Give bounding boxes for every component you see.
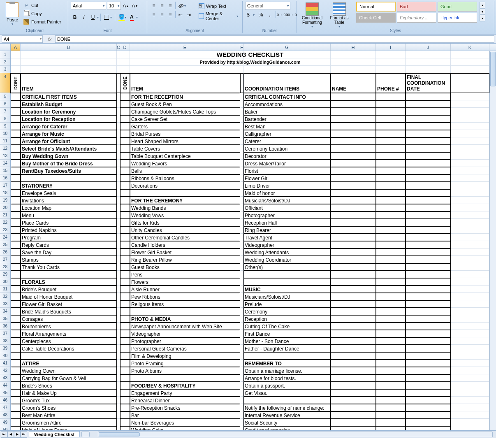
cell-G16[interactable]: Flower Girl [243,174,331,182]
cell-F33[interactable] [240,300,243,308]
cell-A22[interactable] [11,219,21,226]
cell-H43[interactable] [331,374,376,382]
cell-G37[interactable]: First Dance [243,330,331,337]
cell-B43[interactable]: Carrying Bag for Gown & Veil [21,374,117,382]
cell-A14[interactable] [11,160,21,167]
cell-D30[interactable] [120,278,130,286]
cell-C3[interactable] [117,66,120,73]
cell-B28[interactable]: Thank You Cards [21,263,117,271]
cell-F47[interactable] [240,404,243,411]
cell-F34[interactable] [240,308,243,315]
cell-H21[interactable] [331,211,376,219]
cell-J22[interactable] [406,219,451,226]
row-header-29[interactable]: 29 [0,271,10,278]
cell-A32[interactable] [11,293,21,300]
cell-G19[interactable]: Musicians/Soloist/DJ [243,197,331,204]
cell-I46[interactable] [376,397,406,404]
cell-B41[interactable]: ATTIRE [21,360,117,367]
cell-B24[interactable]: Program [21,234,117,241]
cell-F4[interactable] [240,73,243,93]
cell-D27[interactable] [120,256,130,263]
cell-E36[interactable]: Newspaper Announcement with Web Site [130,323,240,330]
cell-J7[interactable] [406,108,451,115]
formula-input[interactable]: DONE [55,35,494,43]
cell-C45[interactable] [117,389,120,397]
cell-J49[interactable] [406,419,451,426]
cell-J3[interactable] [406,66,451,73]
cell-H18[interactable] [331,189,376,197]
cell-B31[interactable]: Bride's Bouquet [21,286,117,293]
cell-K18[interactable] [451,189,489,197]
row-header-10[interactable]: 10 [0,130,10,137]
cell-C36[interactable] [117,323,120,330]
cell-C35[interactable] [117,315,120,323]
cell-C27[interactable] [117,256,120,263]
cell-A48[interactable] [11,411,21,419]
sheet-tab[interactable]: Wedding Checklist [29,431,80,437]
cell-G39[interactable]: Father - Daughter Dance [243,345,331,352]
cell-A9[interactable] [11,123,21,130]
row-header-19[interactable]: 19 [0,197,10,204]
cell-H5[interactable] [331,93,376,100]
cell-C26[interactable] [117,248,120,256]
cell-C44[interactable] [117,382,120,389]
cell-I22[interactable] [376,219,406,226]
cell-E48[interactable]: Bar [130,411,240,419]
gallery-down-button[interactable]: ▾ [480,8,485,15]
cell-A11[interactable] [11,137,21,145]
cell-G35[interactable]: Reception [243,315,331,323]
cell-D9[interactable] [120,123,130,130]
cell-D29[interactable] [120,271,130,278]
cell-F9[interactable] [240,123,243,130]
row-header-5[interactable]: 5 [0,93,10,100]
cell-K14[interactable] [451,160,489,167]
cell-C47[interactable] [117,404,120,411]
cell-C30[interactable] [117,278,120,286]
cell-D36[interactable] [120,323,130,330]
cell-K15[interactable] [451,167,489,174]
cell-J42[interactable] [406,367,451,374]
cell-A41[interactable] [11,360,21,367]
cell-D25[interactable] [120,241,130,248]
cell-F10[interactable] [240,130,243,137]
cell-B38[interactable]: Centerpieces [21,337,117,345]
cell-K48[interactable] [451,411,489,419]
cell-B32[interactable]: Maid of Honor Bouquet [21,293,117,300]
row-header-3[interactable]: 3 [0,66,10,73]
cell-G27[interactable]: Wedding Coordinator [243,256,331,263]
cell-K32[interactable] [451,293,489,300]
cell-C13[interactable] [117,152,120,160]
cell-F22[interactable] [240,219,243,226]
cell-I13[interactable] [376,152,406,160]
cell-I35[interactable] [376,315,406,323]
cell-A30[interactable] [11,278,21,286]
cell-E21[interactable]: Wedding Vows [130,211,240,219]
cell-H32[interactable] [331,293,376,300]
decrease-decimal-button[interactable]: .00→.0 [287,11,295,19]
cell-J48[interactable] [406,411,451,419]
cell-K22[interactable] [451,219,489,226]
cell-C41[interactable] [117,360,120,367]
cell-G48[interactable]: Internal Revenue Service [243,411,331,419]
cell-A5[interactable] [11,93,21,100]
cell-J40[interactable] [406,352,451,360]
cell-F3[interactable] [240,66,243,73]
style-bad[interactable]: Bad [397,2,436,12]
style-explanatory[interactable]: Explanatory ... [397,13,436,23]
cell-G36[interactable]: Cutting Of The Cake [243,323,331,330]
cell-C12[interactable] [117,145,120,152]
cell-F39[interactable] [240,345,243,352]
cell-A34[interactable] [11,308,21,315]
cell-C10[interactable] [117,130,120,137]
cell-H33[interactable] [331,300,376,308]
cell-C25[interactable] [117,241,120,248]
cell-G15[interactable]: Florist [243,167,331,174]
cell-G28[interactable]: Other(s) [243,263,331,271]
cell-H12[interactable] [331,145,376,152]
cell-E49[interactable]: Non-bar Beverages [130,419,240,426]
cell-E32[interactable]: Pew Ribbons [130,293,240,300]
cell-B33[interactable]: Flower Girl Basket [21,300,117,308]
cell-A39[interactable] [11,345,21,352]
cell-C22[interactable] [117,219,120,226]
cell-K17[interactable] [451,182,489,189]
